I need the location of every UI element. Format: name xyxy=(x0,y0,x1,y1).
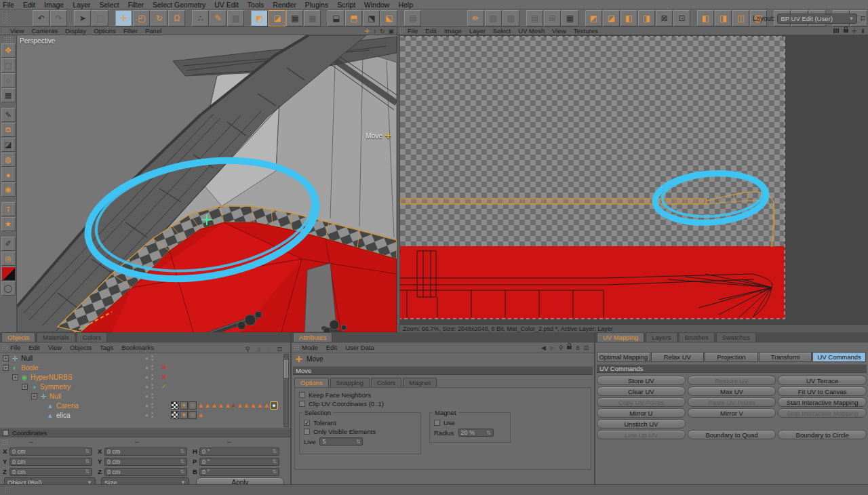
tree-row-symmetry[interactable]: + ◑ Symmetry ● ✓ xyxy=(0,382,290,391)
texture-view-mode-icon[interactable]: ▤ xyxy=(404,10,421,26)
panel-menu-icon[interactable]: ⊡ xyxy=(277,346,282,353)
visibility-dots[interactable] xyxy=(151,355,153,361)
objects-grip[interactable] xyxy=(2,344,8,351)
zoom-canvas-icon[interactable]: ⬇ xyxy=(860,28,865,35)
live-field[interactable]: 5⇅ xyxy=(319,437,363,446)
menu-image[interactable]: Image xyxy=(44,1,64,9)
layer-dot-icon[interactable]: ● xyxy=(145,384,149,390)
lock-icon[interactable] xyxy=(567,346,572,349)
uv-menu-layer[interactable]: Layer xyxy=(469,27,486,35)
color-picker-icon[interactable]: ◎ xyxy=(1,252,16,266)
tab-swatches[interactable]: Swatches xyxy=(716,332,756,342)
spinner-icon[interactable]: ⇅ xyxy=(486,430,491,436)
selection-tag-icon[interactable]: ▲ xyxy=(204,401,211,410)
tab-colors[interactable]: Colors xyxy=(371,378,401,387)
tab-brushes[interactable]: Brushes xyxy=(679,332,715,342)
coord-pos-y[interactable]: 0 cm⇅ xyxy=(9,458,92,466)
viewport-3d[interactable]: Perspective Move ✛ xyxy=(17,35,397,332)
spinner-icon[interactable]: ⇅ xyxy=(85,448,90,454)
tab-objects[interactable]: Objects xyxy=(1,332,35,342)
texture-tag-icon[interactable] xyxy=(171,411,179,419)
selection-tag-icon[interactable]: ▲ xyxy=(250,401,256,410)
paint-setup-wizard-icon[interactable]: ∴ xyxy=(192,10,209,26)
search-icon[interactable]: ⚲ xyxy=(245,346,250,353)
checkbox-clip-uv[interactable] xyxy=(299,401,305,407)
coordinates-grip[interactable] xyxy=(2,439,8,445)
tree-row-hypernurbs[interactable]: + ◉ HyperNURBS ● ✕ xyxy=(0,372,290,382)
visibility-dots[interactable] xyxy=(151,374,153,380)
subtab-optimal-mapping[interactable]: Optimal Mapping xyxy=(597,352,650,362)
objects-menu-objects[interactable]: Objects xyxy=(70,344,92,351)
uv-menu-image[interactable]: Image xyxy=(444,27,462,35)
checkbox-only-visible[interactable] xyxy=(304,429,310,435)
copy-uv-points-button[interactable]: Copy UV Points xyxy=(597,397,686,407)
spinner-icon[interactable]: ⇅ xyxy=(272,448,277,454)
texture-tag-icon[interactable] xyxy=(171,401,179,410)
fit-uv-to-canvas-button[interactable]: Fit UV to Canvas xyxy=(778,387,867,396)
clone-tool-icon[interactable]: ⧉ xyxy=(1,123,16,137)
link-icon[interactable]: 8 xyxy=(576,344,579,351)
uv-menu-textures[interactable]: Textures xyxy=(574,27,598,35)
panel-menu-icon[interactable]: ⊡ xyxy=(583,344,589,351)
attr-menu-userdata[interactable]: User Data xyxy=(345,344,374,351)
coord-rot-p[interactable]: 0 °⇅ xyxy=(199,458,279,466)
spinner-icon[interactable]: ⇅ xyxy=(180,458,184,464)
layer-dot-icon[interactable]: ● xyxy=(145,393,149,399)
polygons-mode-icon[interactable]: ⬔ xyxy=(363,10,380,26)
tree-row-boole[interactable]: + ◐ Boole ● ✕ xyxy=(0,363,290,372)
checkbox-keep-face[interactable] xyxy=(299,392,305,398)
attributes-grip[interactable] xyxy=(294,344,300,351)
subtab-projection[interactable]: Projection xyxy=(705,352,758,362)
expand-icon[interactable]: + xyxy=(3,355,9,361)
boundary-to-quad-button[interactable]: Boundary to Quad xyxy=(688,430,776,439)
uvw-tag-icon[interactable]: ⁘ xyxy=(189,401,197,410)
uvw-tag-icon[interactable]: ⁘ xyxy=(189,411,197,419)
transform-tool-icon[interactable]: ✥ xyxy=(1,43,16,58)
layer-dot-icon[interactable]: ● xyxy=(145,355,149,361)
paint-toolbar-grip[interactable] xyxy=(3,37,13,42)
spinner-icon[interactable]: ⇅ xyxy=(180,469,184,475)
coord-size-x[interactable]: 0 cm⇅ xyxy=(104,448,187,456)
objects-menu-edit[interactable]: Edit xyxy=(28,344,39,351)
vp-menu-filter[interactable]: Filter xyxy=(123,27,138,35)
mirror-u-button[interactable]: Mirror U xyxy=(597,408,686,418)
uv-commands-header[interactable]: UV Commands xyxy=(597,364,867,373)
histogram-icon[interactable] xyxy=(833,28,840,33)
coord-pos-x[interactable]: 0 cm⇅ xyxy=(9,448,92,456)
lock-icon[interactable] xyxy=(844,29,848,33)
menu-select[interactable]: Select xyxy=(99,1,119,9)
layout-select[interactable]: BP UV Edit (User)▼ xyxy=(777,14,857,24)
radius-field[interactable]: 20 %⇅ xyxy=(458,429,494,437)
menu-window[interactable]: Window xyxy=(364,1,389,9)
layer-dot-icon[interactable]: ● xyxy=(145,374,149,380)
uv-menu-view[interactable]: View xyxy=(552,27,566,35)
paint-3d-icon[interactable]: ✎ xyxy=(210,10,226,26)
selection-tag-icon[interactable]: ▲ xyxy=(243,401,250,410)
uv-select-island-icon[interactable]: ◨ xyxy=(638,10,655,26)
fill-tool-icon[interactable]: ◍ xyxy=(1,153,16,167)
viewportUV-grip[interactable] xyxy=(399,28,406,34)
selection-tag-icon[interactable]: ▲ xyxy=(231,401,237,410)
coord-pos-z[interactable]: 0 cm⇅ xyxy=(9,468,92,476)
bg-color-icon[interactable]: ◨ xyxy=(715,10,732,26)
clear-uv-button[interactable]: Clear UV xyxy=(597,387,686,396)
vp-menu-panel[interactable]: Panel xyxy=(145,27,161,35)
viewport3d-grip[interactable] xyxy=(2,28,8,34)
redo-icon[interactable]: ↷ xyxy=(50,10,67,26)
color-swatches-icon[interactable] xyxy=(1,266,16,281)
expand-icon[interactable]: + xyxy=(22,384,28,390)
rotate-tool-icon[interactable]: ↻ xyxy=(151,10,167,26)
mirror-paint-icon[interactable]: ⊞ xyxy=(544,10,561,26)
fg-color-icon[interactable]: ◧ xyxy=(697,10,714,26)
search-icon[interactable]: ⚲ xyxy=(559,344,564,351)
menu-render[interactable]: Render xyxy=(273,1,296,9)
layer-dot-icon[interactable]: ● xyxy=(145,412,149,418)
magic-wand-icon[interactable]: ▦ xyxy=(1,88,16,102)
vp-menu-display[interactable]: Display xyxy=(65,27,86,35)
attr-menu-mode[interactable]: Mode xyxy=(302,344,318,351)
selection-tag-icon[interactable]: ▲ xyxy=(224,401,231,410)
sponge-tool-icon[interactable]: ◉ xyxy=(1,182,16,197)
menu-select-geometry[interactable]: Select Geometry xyxy=(153,1,205,9)
boundary-to-circle-button[interactable]: Boundary to Circle xyxy=(778,430,867,439)
vp-menu-options[interactable]: Options xyxy=(94,27,116,35)
